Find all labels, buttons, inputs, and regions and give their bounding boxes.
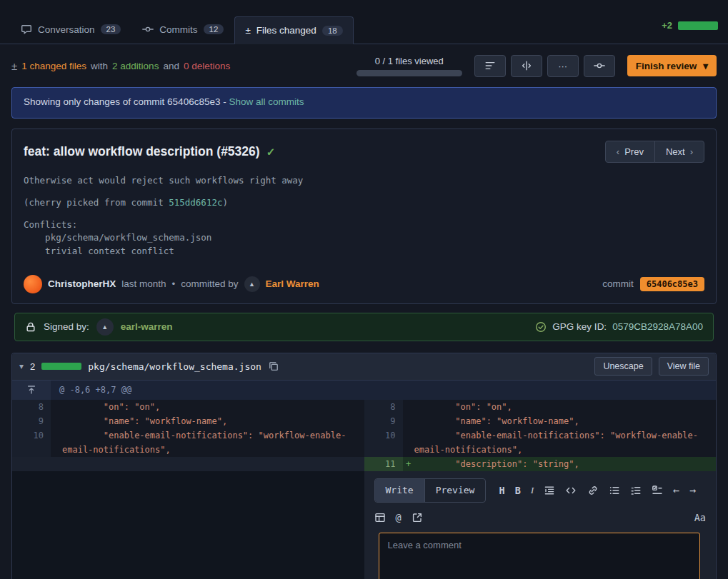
next-commit-button[interactable]: Next › (654, 141, 704, 163)
diff-stat-bar (678, 21, 718, 30)
cherry-pick-text: (cherry picked from commit (24, 197, 169, 208)
ordered-list-icon[interactable] (630, 485, 642, 496)
old-code-cell (51, 457, 364, 471)
signed-by-label: Signed by: (44, 321, 89, 332)
reference-icon[interactable] (412, 512, 423, 523)
old-line-number[interactable]: 10 (12, 428, 51, 457)
signer-name-link[interactable]: earl-warren (121, 321, 173, 332)
files-viewed-progress (356, 70, 462, 76)
code-text: "name": "workflow-name", (414, 414, 711, 428)
commit-message-body: Otherwise act would reject such workflow… (12, 167, 716, 269)
old-code-cell: "enable-email-notifications": "workflow-… (51, 428, 364, 457)
diff-bottom-row: Write Preview H B I (12, 471, 716, 579)
code-icon[interactable] (565, 485, 577, 496)
expand-hunk-button[interactable] (12, 381, 51, 400)
bold-icon[interactable]: B (515, 483, 521, 498)
font-toggle-icon[interactable]: Aa (694, 510, 706, 525)
diff-left-empty-area (12, 471, 364, 579)
chevron-right-icon: › (690, 146, 693, 157)
old-code-cell: "name": "workflow-name", (51, 414, 364, 428)
code-text: "on": "on", (414, 400, 711, 414)
old-line-number[interactable]: 8 (12, 400, 51, 414)
new-code-cell: + "description": "string", (403, 457, 717, 471)
signer-avatar[interactable]: ▲ (96, 318, 114, 336)
diff-row: 9 "name": "workflow-name", 9 "name": "wo… (12, 414, 716, 428)
finish-review-button[interactable]: Finish review ▾ (627, 55, 717, 76)
diff-marker (51, 414, 62, 428)
commit-select-button[interactable] (584, 55, 615, 77)
diff-marker (403, 400, 414, 414)
committer-name[interactable]: Earl Warren (266, 278, 319, 289)
prev-label: Prev (624, 146, 644, 157)
diff-icon: ± (11, 60, 17, 72)
committer-avatar[interactable]: ▲ (244, 276, 260, 292)
comment-input[interactable] (379, 533, 701, 579)
diff-row: 8 "on": "on", 8 "on": "on", (12, 400, 716, 414)
pr-diff-stat: +2 (662, 20, 718, 44)
mention-icon[interactable]: @ (396, 510, 402, 525)
pr-tab-bar: Conversation 23 Commits 12 ± Files chang… (0, 0, 728, 44)
commit-author-row: ChristopherHX last month • committed by … (12, 269, 716, 303)
preview-tab[interactable]: Preview (424, 479, 486, 502)
commit-sha-badge[interactable]: 65406c85e3 (640, 277, 704, 291)
committed-by-label: committed by (181, 278, 238, 289)
author-name[interactable]: ChristopherHX (48, 278, 116, 289)
tab-commits[interactable]: Commits 12 (131, 15, 234, 44)
diff-view-button[interactable] (511, 55, 542, 77)
arrow-left-icon[interactable]: ← (673, 483, 679, 498)
prev-commit-button[interactable]: ‹ Prev (605, 141, 655, 163)
triangle-logo-icon: ▲ (249, 281, 255, 288)
new-code-cell: "on": "on", (403, 400, 717, 414)
summary-text: and (163, 61, 179, 71)
split-view-icon (521, 60, 532, 71)
diff-options-button[interactable]: ··· (547, 55, 579, 77)
write-tab[interactable]: Write (375, 479, 424, 502)
heading-icon[interactable]: H (499, 483, 504, 498)
diff-toolbar: 0 / 1 files viewed ··· Finish review ▾ (356, 55, 717, 77)
expand-up-icon (26, 384, 37, 396)
file-path[interactable]: pkg/schema/workflow_schema.json (88, 361, 261, 372)
diff-row: 10 "enable-email-notifications": "workfl… (12, 428, 716, 457)
additions-count: +2 (662, 20, 672, 31)
collapse-file-chevron-icon[interactable]: ▾ (19, 361, 24, 371)
file-diff-stat-bar (41, 363, 81, 370)
task-list-icon[interactable] (652, 485, 663, 496)
new-line-number[interactable]: 11 (364, 457, 403, 471)
new-line-number[interactable]: 9 (364, 414, 403, 428)
code-text: "on": "on", (62, 400, 359, 414)
table-icon[interactable] (374, 512, 386, 523)
view-file-button[interactable]: View file (659, 357, 709, 376)
file-tree-toggle-button[interactable] (474, 55, 506, 77)
link-icon[interactable] (587, 485, 599, 496)
cherry-pick-text: ) (222, 197, 228, 208)
summary-text: with (91, 61, 108, 71)
gpg-key-label: GPG key ID: (552, 321, 607, 332)
cherry-pick-sha-link[interactable]: 515dd6612c (169, 197, 222, 208)
finish-review-label: Finish review (636, 61, 697, 71)
unordered-list-icon[interactable] (609, 485, 620, 496)
diff-row-added: 11 + "description": "string", (12, 457, 716, 471)
commit-box: feat: allow workflow description (#5326)… (11, 129, 717, 304)
show-all-commits-link[interactable]: Show all commits (229, 96, 304, 107)
tab-conversation[interactable]: Conversation 23 (10, 15, 131, 44)
arrow-right-icon[interactable]: → (689, 483, 696, 498)
banner-text: Showing only changes of commit 65406c85e… (24, 96, 226, 107)
quote-icon[interactable] (544, 485, 555, 496)
italic-icon[interactable]: I (531, 483, 534, 498)
file-change-count: 2 (30, 361, 35, 372)
changed-files-link[interactable]: 1 changed files (21, 61, 86, 71)
old-line-number[interactable]: 9 (12, 414, 51, 428)
diff-marker (51, 400, 62, 414)
new-line-number[interactable]: 10 (364, 428, 403, 457)
tab-files-changed[interactable]: ± Files changed 18 (234, 16, 353, 44)
copy-path-button[interactable] (268, 361, 279, 372)
success-check-icon: ✓ (266, 146, 276, 158)
additions-text: 2 additions (112, 61, 159, 71)
tab-count-badge: 23 (101, 24, 121, 34)
author-avatar[interactable] (24, 275, 42, 293)
new-line-number[interactable]: 8 (364, 400, 403, 414)
tab-label: Conversation (38, 24, 95, 35)
editor-toolbar: H B I ← → (499, 483, 706, 498)
code-text (62, 457, 359, 471)
unescape-button[interactable]: Unescape (594, 357, 652, 376)
